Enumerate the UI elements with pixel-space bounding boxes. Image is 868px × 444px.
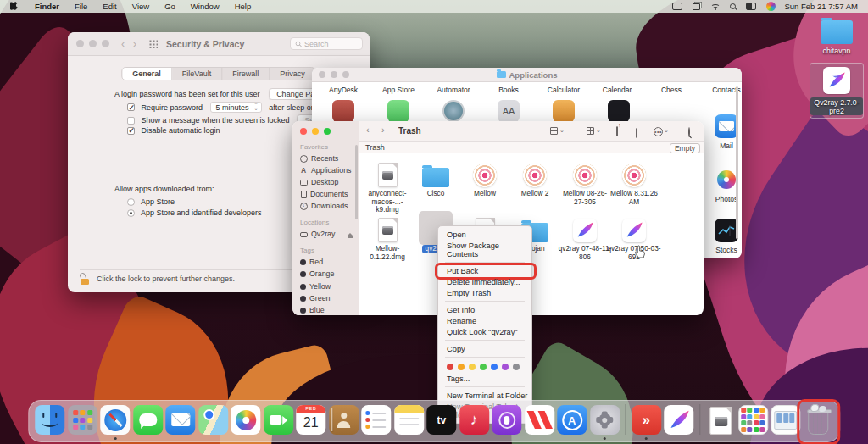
app-label[interactable]: AnyDesk (318, 86, 369, 94)
dock-desktop-stack[interactable] (771, 405, 800, 435)
app-icon[interactable] (442, 100, 465, 122)
dock-app-store[interactable]: A (557, 405, 587, 435)
menu-item-copy[interactable]: Copy (438, 343, 531, 354)
spotlight-icon[interactable] (730, 3, 736, 9)
menu-item-empty-trash[interactable]: Empty Trash (438, 287, 531, 298)
tag-purple[interactable] (502, 364, 509, 370)
show-all-icon[interactable] (148, 39, 158, 48)
menu-item-tags[interactable]: Tags... (438, 373, 531, 384)
file-cisco-folder[interactable]: Cisco (409, 158, 463, 198)
file-mellow-4[interactable]: Mellow 8.31.26 AM (607, 158, 661, 206)
tag-gray[interactable] (513, 364, 520, 370)
app-icon[interactable] (332, 100, 354, 122)
sidebar-tag-blue[interactable]: Blue (300, 306, 325, 314)
dock-messages[interactable] (133, 405, 163, 435)
menu-item-open[interactable]: Open (438, 229, 531, 240)
unlock-icon[interactable] (80, 273, 90, 285)
dock-safari[interactable] (100, 405, 130, 435)
app-icon[interactable] (553, 100, 575, 122)
app-label[interactable]: Books (483, 86, 534, 94)
dock-podcasts[interactable] (492, 405, 521, 435)
dock-system-preferences[interactable] (590, 405, 620, 435)
dock-disk-image[interactable] (705, 405, 735, 435)
siri-icon[interactable] (766, 2, 776, 11)
sidebar-tag-yellow[interactable]: Yellow (300, 282, 331, 291)
sidebar-item-downloads[interactable]: Downloads (300, 202, 348, 210)
require-password-checkbox[interactable] (127, 103, 135, 111)
dock-photos[interactable] (231, 405, 260, 435)
dock-launchpad[interactable] (68, 405, 97, 435)
close-button[interactable] (76, 40, 84, 47)
dock-applications-stack[interactable] (738, 405, 768, 435)
sidebar-item-desktop[interactable]: Desktop (300, 178, 338, 186)
input-source-icon[interactable] (672, 3, 682, 10)
tab-firewall[interactable]: Firewall (222, 68, 270, 80)
minimize-button[interactable] (331, 71, 337, 78)
dock-maps[interactable] (198, 405, 228, 435)
dock-tv[interactable]: tv (426, 405, 456, 435)
sidebar-item-recents[interactable]: Recents (300, 154, 338, 163)
sidebar-item-qv2ray-volume[interactable]: Qv2ray… (300, 230, 353, 238)
sidebar-item-documents[interactable]: Documents (300, 190, 348, 198)
menu-edit[interactable]: Edit (95, 2, 124, 11)
dock-music[interactable]: ♪ (459, 405, 489, 435)
tab-privacy[interactable]: Privacy (270, 68, 315, 80)
menu-item-quick-look[interactable]: Quick Look "qv2ray" (438, 326, 531, 337)
tab-general[interactable]: General (122, 68, 172, 80)
disable-auto-login-checkbox[interactable] (127, 127, 135, 135)
scrollbar[interactable] (736, 86, 738, 239)
sidebar-item-applications[interactable]: Applications (300, 166, 351, 175)
tag-orange[interactable] (458, 364, 465, 370)
menu-file[interactable]: File (67, 2, 95, 11)
close-button[interactable] (300, 128, 307, 135)
app-label[interactable]: Calendar (592, 86, 643, 94)
file-mellow[interactable]: Mellow (458, 158, 512, 198)
app-label[interactable]: Contacts (701, 86, 752, 94)
search-field[interactable]: Search (290, 37, 363, 50)
sidebar-scrollbar[interactable] (355, 145, 358, 219)
app-label[interactable]: Calculator (538, 86, 589, 94)
menu-go[interactable]: Go (157, 2, 183, 11)
identified-developers-radio[interactable] (127, 209, 135, 217)
back-button[interactable]: ‹ (121, 38, 125, 50)
dock-facetime[interactable] (264, 405, 293, 435)
menu-item-delete-immediately[interactable]: Delete Immediately... (438, 276, 531, 287)
file-mellow-dmg[interactable]: Mellow-0.1.22.dmg (360, 214, 415, 261)
menu-window[interactable]: Window (183, 2, 227, 11)
dock-contacts[interactable] (329, 405, 359, 435)
zoom-button[interactable] (342, 71, 349, 78)
apple-menu-icon[interactable] (10, 2, 19, 12)
eject-icon[interactable] (348, 233, 353, 236)
stacked-windows-icon[interactable] (693, 3, 700, 10)
close-button[interactable] (319, 71, 326, 78)
tag-green[interactable] (480, 364, 487, 370)
app-stocks[interactable]: Stocks (701, 219, 752, 254)
require-interval-select[interactable]: 5 minutes (210, 102, 262, 113)
dock-calendar[interactable]: FEB21 (296, 405, 326, 435)
app-label[interactable]: App Store (373, 86, 424, 94)
app-label[interactable]: Automator (428, 86, 479, 94)
app-store-radio[interactable] (127, 198, 135, 206)
file-mellow-2[interactable]: Mellow 2 (508, 158, 562, 198)
zoom-button[interactable] (324, 128, 331, 135)
show-message-checkbox[interactable] (127, 117, 135, 125)
menu-item-get-info[interactable]: Get Info (438, 304, 531, 315)
file-qv2ray-2[interactable]: qv2ray 07-48-11-806 (558, 214, 612, 261)
zoom-button[interactable] (102, 40, 109, 47)
app-icon[interactable] (608, 100, 630, 122)
menu-item-put-back[interactable]: Put Back (438, 265, 531, 276)
dock-finder[interactable] (35, 405, 64, 435)
menu-item-rename[interactable]: Rename (438, 315, 531, 326)
wifi-icon[interactable] (710, 3, 720, 10)
dock-anydesk[interactable]: » (632, 405, 661, 435)
menu-help[interactable]: Help (227, 2, 259, 11)
sidebar-tag-red[interactable]: Red (300, 258, 323, 266)
file-qv2ray-3[interactable]: qv2ray 07-50-03-692 (607, 214, 661, 261)
tab-filevault[interactable]: FileVault (172, 68, 222, 80)
dock-trash[interactable] (804, 405, 833, 435)
empty-trash-button[interactable]: Empty (670, 143, 700, 153)
dock-qv2ray[interactable] (664, 405, 693, 435)
dock-news[interactable] (525, 405, 554, 435)
tag-red[interactable] (447, 364, 453, 370)
app-mail[interactable]: Mail (701, 114, 752, 150)
